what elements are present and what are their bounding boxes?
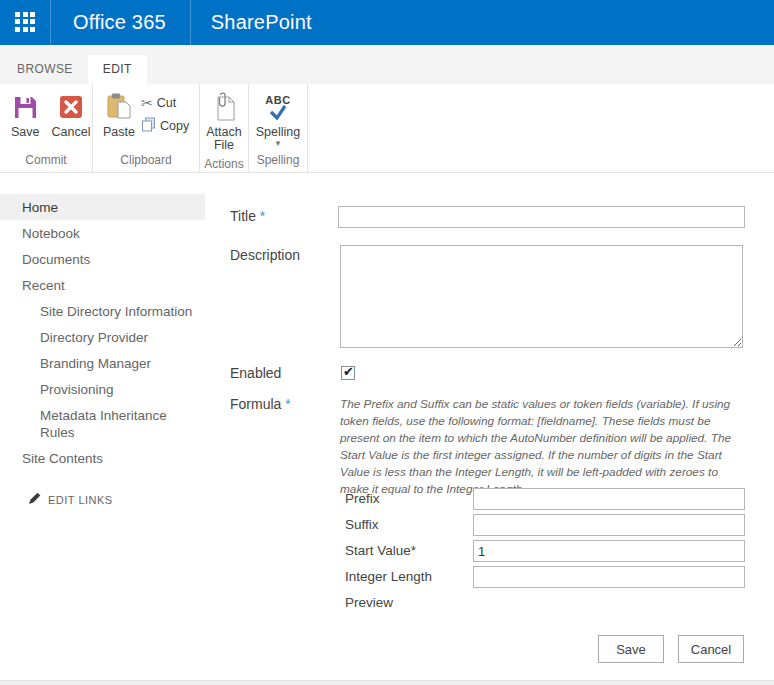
cancel-button[interactable]: Cancel (48, 88, 95, 142)
pencil-icon (28, 492, 41, 507)
paste-button[interactable]: Paste (99, 88, 139, 142)
ribbon: Save Cancel Commit (0, 84, 774, 173)
form-cancel-button[interactable]: Cancel (678, 635, 744, 663)
group-label-actions: Actions (200, 155, 248, 176)
edit-form: Title * Description Enabled ✔ Formula * … (230, 195, 750, 675)
paperclip-file-icon (211, 91, 237, 123)
group-label-commit: Commit (0, 151, 92, 172)
sidebar-item-home[interactable]: Home (0, 194, 205, 220)
title-input[interactable] (338, 206, 745, 228)
sharepoint-app: Office 365 SharePoint BROWSE EDIT (0, 0, 774, 685)
prefix-input[interactable] (473, 488, 745, 510)
ribbon-tab-row: BROWSE EDIT (0, 45, 774, 84)
sidebar-item-site-contents[interactable]: Site Contents (0, 445, 205, 471)
suffix-input[interactable] (473, 514, 745, 536)
formula-label: Formula * (230, 396, 291, 412)
sharepoint-title: SharePoint (211, 11, 312, 34)
bottom-scrollbar-strip[interactable] (0, 680, 774, 685)
suite-bar: Office 365 SharePoint (0, 0, 774, 45)
group-label-clipboard: Clipboard (93, 151, 199, 172)
scissors-icon: ✂ (141, 96, 153, 110)
save-floppy-icon (13, 91, 38, 123)
form-save-button[interactable]: Save (598, 635, 664, 663)
ribbon-group-actions: Attach File Actions (200, 84, 249, 172)
tab-browse[interactable]: BROWSE (2, 55, 88, 84)
quick-launch-sidebar: Home Notebook Documents Recent Site Dire… (0, 194, 212, 507)
attach-file-button[interactable]: Attach File (201, 88, 247, 155)
suite-bar-divider (50, 0, 51, 45)
ribbon-group-commit: Save Cancel Commit (0, 84, 93, 172)
tab-edit[interactable]: EDIT (88, 55, 147, 84)
integer-length-label: Integer Length (345, 569, 432, 584)
required-asterisk: * (260, 208, 265, 224)
title-label: Title * (230, 208, 265, 224)
sidebar-item-recent[interactable]: Recent (0, 272, 205, 298)
sidebar-item-documents[interactable]: Documents (0, 246, 205, 272)
office365-brand-link[interactable]: Office 365 (73, 11, 166, 34)
cut-button[interactable]: ✂ Cut (141, 96, 189, 110)
chevron-down-icon: ▾ (276, 140, 281, 146)
description-label: Description (230, 247, 300, 263)
copy-pages-icon (141, 117, 156, 135)
prefix-label: Prefix (345, 491, 380, 506)
cancel-x-icon (59, 91, 83, 123)
clipboard-icon (105, 91, 133, 123)
app-launcher-icon[interactable] (15, 12, 37, 34)
enabled-label: Enabled (230, 365, 281, 381)
formula-help-text: The Prefix and Suffix can be static valu… (340, 396, 744, 498)
sidebar-item-metadata-inheritance-rules[interactable]: Metadata Inheritance Rules (0, 402, 195, 445)
sidebar-item-directory-provider[interactable]: Directory Provider (0, 324, 195, 350)
start-value-input[interactable] (473, 540, 745, 562)
edit-links-button[interactable]: EDIT LINKS (28, 492, 212, 507)
spellcheck-icon: ABC (265, 91, 290, 123)
suffix-label: Suffix (345, 517, 379, 532)
sidebar-item-branding-manager[interactable]: Branding Manager (0, 350, 195, 376)
checkmark-icon: ✔ (343, 364, 354, 379)
sidebar-item-notebook[interactable]: Notebook (0, 220, 205, 246)
sidebar-item-provisioning[interactable]: Provisioning (0, 376, 195, 402)
description-textarea[interactable] (340, 245, 743, 348)
suite-bar-divider (190, 0, 191, 45)
copy-button[interactable]: Copy (141, 117, 189, 135)
integer-length-input[interactable] (473, 566, 745, 588)
ribbon-group-clipboard: Paste ✂ Cut Copy (93, 84, 200, 172)
save-button[interactable]: Save (7, 88, 44, 142)
group-label-spelling: Spelling (249, 151, 307, 172)
ribbon-group-spelling: ABC Spelling ▾ Spelling (249, 84, 308, 172)
sidebar-item-site-directory-information[interactable]: Site Directory Information (0, 298, 195, 324)
spelling-button[interactable]: ABC Spelling ▾ (252, 88, 304, 149)
start-value-label: Start Value* (345, 543, 416, 558)
required-asterisk: * (285, 396, 290, 412)
preview-label: Preview (345, 595, 393, 610)
enabled-checkbox[interactable]: ✔ (341, 366, 355, 380)
